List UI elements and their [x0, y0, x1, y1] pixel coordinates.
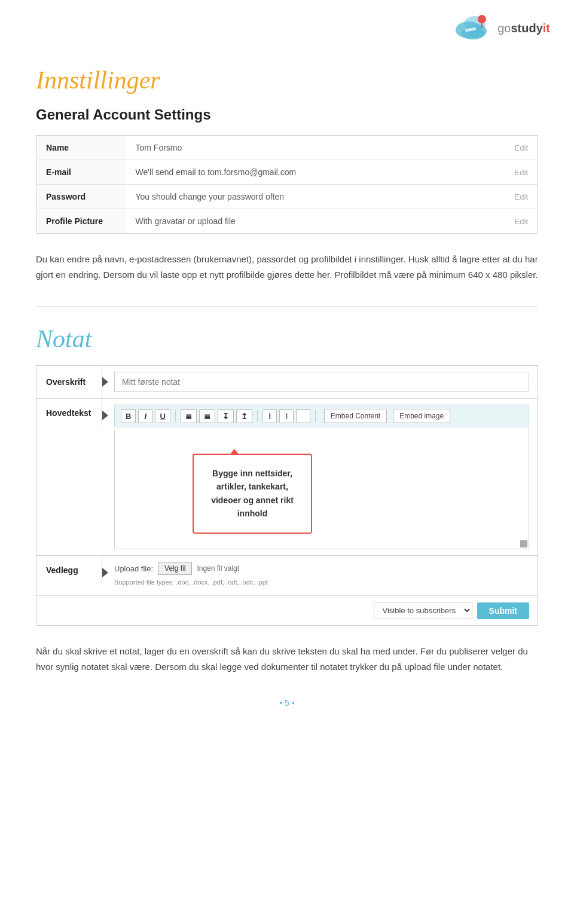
row-value: You should change your password often — [126, 185, 490, 209]
visibility-select[interactable]: Visible to subscribers — [374, 602, 472, 619]
notat-title: Notat — [36, 325, 538, 353]
toolbar-sep-2 — [257, 410, 258, 422]
settings-table: Name Tom Forsmo Edit E-mail We'll send e… — [36, 135, 538, 234]
table-row: Password You should change your password… — [36, 185, 538, 209]
row-label: Profile Picture — [36, 209, 126, 234]
overskrift-input[interactable] — [114, 372, 529, 392]
row-action[interactable]: Edit — [490, 160, 538, 185]
align-right-btn[interactable] — [296, 409, 310, 423]
velg-fil-button[interactable]: Velg fil — [158, 562, 192, 575]
no-file-text: Ingen fil valgt — [197, 564, 239, 573]
upload-line: Upload file: Velg fil Ingen fil valgt — [114, 562, 529, 575]
table-row: Name Tom Forsmo Edit — [36, 136, 538, 160]
row-value: With gravatar or upload file — [126, 209, 490, 234]
align-left-btn[interactable]: ⁞ — [262, 409, 277, 423]
row-label: Name — [36, 136, 126, 160]
vedlegg-row: Vedlegg Upload file: Velg fil Ingen fil … — [36, 556, 538, 592]
toolbar-sep-3 — [315, 410, 316, 422]
logo-text: gostudyit — [497, 22, 550, 35]
description-1: Du kan endre på navn, e-postadressen (br… — [36, 252, 538, 282]
row-action[interactable]: Edit — [490, 136, 538, 160]
page-title: Innstillinger — [36, 66, 538, 94]
table-row: Profile Picture With gravatar or upload … — [36, 209, 538, 234]
vedlegg-label: Vedlegg — [36, 556, 102, 583]
submit-area: Visible to subscribers Submit — [36, 595, 538, 625]
underline-button[interactable]: U — [155, 409, 170, 423]
overskrift-row: Overskrift — [36, 366, 538, 399]
logo: gostudyit — [452, 12, 550, 45]
hovedtekst-arrow-icon — [102, 411, 108, 420]
row-value: Tom Forsmo — [126, 136, 490, 160]
table-row: E-mail We'll send email to tom.forsmo@gm… — [36, 160, 538, 185]
row-label: Password — [36, 185, 126, 209]
overskrift-arrow-icon — [102, 377, 108, 387]
embed-content-button[interactable]: Embed Content — [324, 409, 387, 423]
hovedtekst-label: Hovedtekst — [36, 399, 102, 426]
section-divider — [36, 306, 538, 307]
overskrift-label: Overskrift — [36, 366, 102, 398]
toolbar-sep-1 — [175, 410, 176, 422]
submit-button[interactable]: Submit — [477, 602, 529, 619]
row-action[interactable]: Edit — [490, 185, 538, 209]
logo-clouds-icon — [452, 12, 494, 45]
bold-button[interactable]: B — [121, 409, 136, 423]
resize-handle[interactable] — [520, 540, 527, 547]
notat-mockup: Overskrift Hovedtekst B I U ≣ ≣ ↧ ↥ ⁞ ⁝ — [36, 365, 538, 626]
list-btn-1[interactable]: ≣ — [181, 409, 197, 423]
page-number: • 5 • — [36, 698, 538, 708]
supported-types-text: Supported file types: .doc, .docx, .pdf,… — [114, 579, 529, 586]
section-heading: General Account Settings — [36, 106, 538, 123]
editor-body[interactable]: Bygge inn nettsider, artikler, tankekart… — [114, 430, 529, 549]
embed-popup: Bygge inn nettsider, artikler, tankekart… — [193, 454, 312, 534]
list-btn-3[interactable]: ↧ — [218, 409, 234, 423]
svg-point-4 — [478, 15, 486, 23]
align-center-btn[interactable]: ⁝ — [279, 409, 294, 423]
row-action[interactable]: Edit — [490, 209, 538, 234]
vedlegg-arrow-icon — [102, 568, 108, 577]
upload-label: Upload file: — [114, 564, 153, 573]
italic-button[interactable]: I — [138, 409, 152, 423]
editor-toolbar: B I U ≣ ≣ ↧ ↥ ⁞ ⁝ Embed Content Embed im… — [114, 405, 529, 427]
row-value: We'll send email to tom.forsmo@gmail.com — [126, 160, 490, 185]
list-btn-2[interactable]: ≣ — [199, 409, 215, 423]
list-btn-4[interactable]: ↥ — [236, 409, 252, 423]
description-2: Når du skal skrive et notat, lager du en… — [36, 644, 538, 674]
page-number-text: • 5 • — [279, 698, 294, 708]
row-label: E-mail — [36, 160, 126, 185]
vedlegg-content: Upload file: Velg fil Ingen fil valgt Su… — [102, 556, 538, 592]
hovedtekst-content: B I U ≣ ≣ ↧ ↥ ⁞ ⁝ Embed Content Embed im… — [102, 399, 538, 555]
overskrift-content — [102, 366, 538, 398]
hovedtekst-row: Hovedtekst B I U ≣ ≣ ↧ ↥ ⁞ ⁝ Embed Conte… — [36, 399, 538, 556]
embed-image-button[interactable]: Embed image — [393, 409, 450, 423]
